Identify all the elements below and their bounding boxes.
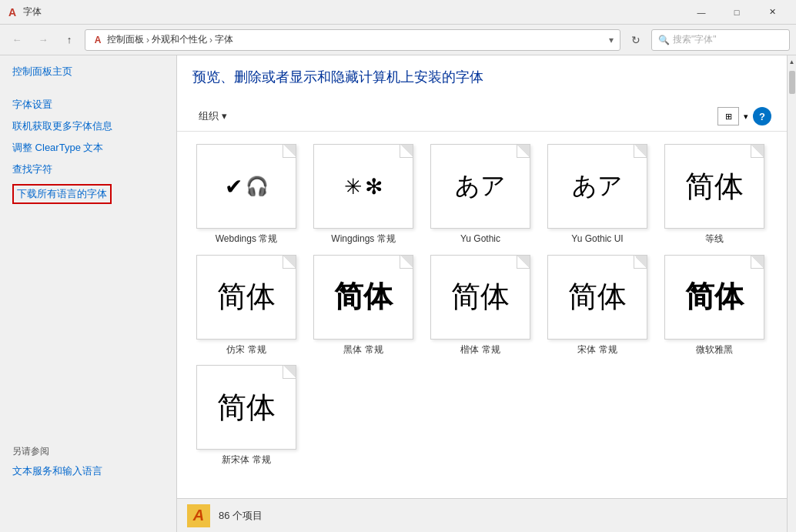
font-preview-new-songti: 简体 [196, 365, 296, 450]
font-name-microsoft-yahei: 微软雅黑 [696, 344, 733, 356]
font-name-songti: 宋体 常规 [577, 344, 617, 356]
see-also-title: 另请参阅 [12, 445, 102, 458]
main-layout: 控制面板主页 字体设置 联机获取更多字体信息 调整 ClearType 文本 查… [0, 55, 796, 532]
font-preview-microsoft-yahei: 简体 [664, 255, 764, 340]
path-dropdown-icon[interactable]: ▾ [609, 35, 614, 45]
font-preview-yu-gothic: あア [430, 144, 530, 229]
font-item-songti[interactable]: 简体 宋体 常规 [543, 255, 651, 356]
right-scrollbar[interactable]: ▲ [787, 55, 796, 532]
minimize-button[interactable]: — [684, 0, 719, 25]
window-title: 字体 [23, 5, 684, 18]
font-name-yu-gothic-ui: Yu Gothic UI [571, 233, 623, 246]
font-item-microsoft-yahei[interactable]: 简体 微软雅黑 [661, 255, 768, 356]
refresh-button[interactable]: ↻ [625, 29, 647, 51]
font-item-heiti[interactable]: 简体 黑体 常规 [309, 255, 417, 356]
item-count: 86 个项目 [219, 509, 263, 523]
status-font-icon: A [186, 504, 211, 528]
sidebar-link-font-settings[interactable]: 字体设置 [12, 98, 164, 112]
path-sep-1: › [146, 35, 149, 45]
sidebar-link-cleartype[interactable]: 调整 ClearType 文本 [12, 141, 164, 155]
organize-button[interactable]: 组织 ▾ [192, 106, 233, 126]
path-segment-1: 控制面板 [107, 33, 144, 46]
title-bar: A 字体 — □ ✕ [0, 0, 796, 25]
font-item-yu-gothic[interactable]: あア Yu Gothic [426, 144, 534, 246]
sidebar-link-find-char[interactable]: 查找字符 [12, 162, 164, 176]
font-preview-kaiti: 简体 [430, 255, 530, 340]
content-header: 预览、删除或者显示和隐藏计算机上安装的字体 [177, 55, 787, 102]
font-a-display: A [187, 504, 210, 527]
font-item-yu-gothic-ui[interactable]: あア Yu Gothic UI [543, 144, 651, 246]
font-grid: ✔🎧 Webdings 常规 ✳✻ Wingdings 常规 あア Yu Got… [177, 132, 787, 498]
font-item-fangsong[interactable]: 简体 仿宋 常规 [192, 255, 300, 356]
font-name-fangsong: 仿宋 常规 [226, 344, 266, 356]
font-name-dengxian: 等线 [705, 233, 724, 246]
content-area: 预览、删除或者显示和隐藏计算机上安装的字体 组织 ▾ ⊞ ▾ ? ✔🎧 Webd… [177, 55, 787, 532]
font-preview-heiti: 简体 [313, 255, 413, 340]
font-preview-songti: 简体 [547, 255, 647, 340]
font-name-new-songti: 新宋体 常规 [222, 454, 270, 467]
font-name-yu-gothic: Yu Gothic [460, 233, 500, 246]
scroll-thumb[interactable] [789, 71, 795, 94]
help-button[interactable]: ? [753, 107, 771, 125]
font-name-wingdings: Wingdings 常规 [331, 233, 395, 246]
path-sep-2: › [209, 35, 212, 45]
path-app-icon: A [92, 34, 104, 46]
font-preview-fangsong: 简体 [196, 255, 296, 340]
address-bar: ← → ↑ A 控制面板 › 外观和个性化 › 字体 ▾ ↻ 🔍 搜索"字体" [0, 25, 796, 55]
close-button[interactable]: ✕ [754, 0, 790, 25]
path-segment-3: 字体 [215, 33, 233, 46]
search-box[interactable]: 🔍 搜索"字体" [651, 29, 790, 51]
up-button[interactable]: ↑ [59, 29, 80, 51]
sidebar-link-online-fonts[interactable]: 联机获取更多字体信息 [12, 119, 164, 133]
font-item-wingdings[interactable]: ✳✻ Wingdings 常规 [309, 144, 417, 246]
font-preview-yu-gothic-ui: あア [547, 144, 647, 229]
address-path[interactable]: A 控制面板 › 外观和个性化 › 字体 ▾ [85, 29, 620, 51]
search-placeholder: 搜索"字体" [673, 33, 717, 46]
toolbar-right: ⊞ ▾ ? [717, 107, 771, 125]
font-item-kaiti[interactable]: 简体 楷体 常规 [426, 255, 534, 356]
path-segment-2: 外观和个性化 [152, 33, 207, 46]
font-item-dengxian[interactable]: 简体 等线 [661, 144, 768, 246]
font-name-kaiti: 楷体 常规 [460, 344, 500, 356]
sidebar-home-link[interactable]: 控制面板主页 [12, 65, 164, 79]
app-icon: A [6, 6, 18, 18]
font-preview-wingdings: ✳✻ [313, 144, 413, 229]
view-button[interactable]: ⊞ [717, 107, 739, 125]
search-icon: 🔍 [658, 35, 670, 45]
maximize-button[interactable]: □ [719, 0, 754, 25]
font-item-new-songti[interactable]: 简体 新宋体 常规 [192, 365, 300, 467]
content-title: 预览、删除或者显示和隐藏计算机上安装的字体 [192, 68, 771, 86]
status-bar: A 86 个项目 [177, 498, 787, 532]
sidebar-link-download-fonts[interactable]: 下载所有语言的字体 [12, 184, 112, 204]
font-preview-webdings: ✔🎧 [196, 144, 296, 229]
scroll-up-arrow[interactable]: ▲ [788, 55, 797, 68]
font-name-heiti: 黑体 常规 [343, 344, 383, 356]
back-button[interactable]: ← [6, 29, 28, 51]
forward-button[interactable]: → [32, 29, 54, 51]
toolbar: 组织 ▾ ⊞ ▾ ? [177, 102, 787, 132]
sidebar-link-text-services[interactable]: 文本服务和输入语言 [12, 464, 102, 478]
font-name-webdings: Webdings 常规 [216, 233, 277, 246]
font-item-webdings[interactable]: ✔🎧 Webdings 常规 [192, 144, 300, 246]
toolbar-dropdown-icon[interactable]: ▾ [744, 112, 748, 122]
sidebar: 控制面板主页 字体设置 联机获取更多字体信息 调整 ClearType 文本 查… [0, 55, 177, 532]
font-preview-dengxian: 简体 [664, 144, 764, 229]
window-controls: — □ ✕ [684, 0, 790, 25]
